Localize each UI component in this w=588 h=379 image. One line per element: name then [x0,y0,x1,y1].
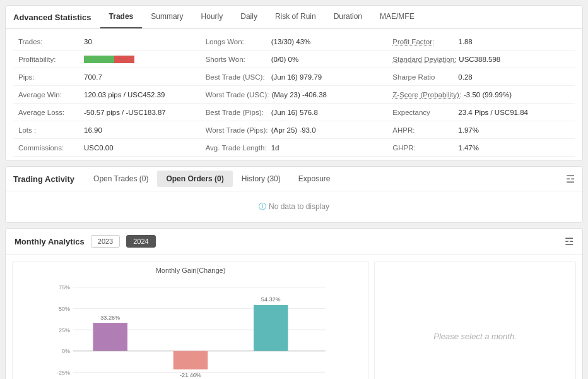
analytics-filter-icon[interactable]: ☲ [565,236,573,248]
bar-apr-2023[interactable] [93,323,127,351]
chart-title: Monthly Gain(Change) [18,267,363,274]
activity-filter-icon[interactable]: ☲ [566,173,575,185]
stat-best-trade-usc: Best Trade (USC): (Jun 16) 979.79 [201,68,388,86]
svg-text:0%: 0% [62,348,70,354]
tab-mae-mfe[interactable]: MAE/MFE [371,6,423,28]
stat-expectancy: Expectancy 23.4 Pips / USC91.84 [387,104,575,121]
bar-chart-svg: 75% 50% 25% 0% -25% -50% [18,279,363,379]
panel-title: Advanced Statistics [11,6,98,28]
tab-open-orders[interactable]: Open Orders (0) [157,171,232,187]
stat-profitability: Profitability: [13,51,201,68]
stat-avg-trade-length: Avg. Trade Length: 1d [201,139,388,157]
tab-exposure[interactable]: Exposure [290,171,339,187]
stats-col-1: Trades: 30 Profitability: Pips: 700.7 Av… [13,33,201,157]
no-data-message: ⓘNo data to display [6,191,582,222]
svg-text:75%: 75% [59,284,70,291]
stat-shorts-won: Shorts Won: (0/0) 0% [201,51,388,68]
stat-trades: Trades: 30 [13,33,201,51]
stat-ahpr: AHPR: 1.97% [387,121,575,139]
main-tab-bar: Advanced Statistics Trades Summary Hourl… [6,6,582,29]
trading-activity-panel: Trading Activity Open Trades (0) Open Or… [5,166,583,223]
year-2024-button[interactable]: 2024 [126,235,155,248]
info-icon: ⓘ [259,202,266,211]
profitability-bar [84,56,134,63]
stat-average-win: Average Win: 120.03 pips / USC452.39 [13,86,201,104]
analytics-content: Monthly Gain(Change) 75% 50% 25% 0% -25%… [6,255,582,379]
select-month-area: Please select a month. [374,261,576,379]
profit-red-segment [114,56,134,63]
stat-best-trade-pips: Best Trade (Pips): (Jun 16) 576.8 [201,104,388,121]
stat-worst-trade-usc: Worst Trade (USC): (May 23) -406.38 [201,86,388,104]
stat-pips: Pips: 700.7 [13,68,201,86]
stats-col-2: Longs Won: (13/30) 43% Shorts Won: (0/0)… [201,33,388,157]
stat-worst-trade-pips: Worst Trade (Pips): (Apr 25) -93.0 [201,121,388,139]
tab-open-trades[interactable]: Open Trades (0) [85,171,157,187]
svg-text:-21.46%: -21.46% [180,372,201,378]
select-month-prompt: Please select a month. [433,332,517,341]
stats-grid: Trades: 30 Profitability: Pips: 700.7 Av… [13,33,575,157]
stat-ghpr: GHPR: 1.47% [387,139,575,157]
tab-duration[interactable]: Duration [325,6,371,28]
tab-summary[interactable]: Summary [142,6,192,28]
tab-risk-of-ruin[interactable]: Risk of Ruin [266,6,325,28]
stat-commissions: Commissions: USC0.00 [13,139,201,157]
stats-section: Trades: 30 Profitability: Pips: 700.7 Av… [6,29,582,160]
stat-z-score: Z-Score (Probability): -3.50 (99.99%) [387,86,575,104]
svg-text:25%: 25% [59,327,70,334]
stat-average-loss: Average Loss: -50.57 pips / -USC183.87 [13,104,201,121]
bar-jun-2023[interactable] [254,305,288,351]
monthly-analytics-panel: Monthly Analytics 2023 2024 ☲ Monthly Ga… [5,228,583,379]
analytics-header: Monthly Analytics 2023 2024 ☲ [6,229,582,255]
tab-history[interactable]: History (30) [233,171,290,187]
monthly-gain-chart: Monthly Gain(Change) 75% 50% 25% 0% -25%… [12,261,369,379]
svg-text:33.26%: 33.26% [100,315,120,321]
trading-activity-title: Trading Activity [13,174,74,184]
tab-daily[interactable]: Daily [232,6,266,28]
bar-may-2023[interactable] [173,351,208,370]
stat-sharpe-ratio: Sharpe Ratio 0.28 [387,68,575,86]
advanced-statistics-panel: Advanced Statistics Trades Summary Hourl… [5,5,583,161]
stat-longs-won: Longs Won: (13/30) 43% [201,33,388,51]
svg-text:50%: 50% [59,306,70,312]
stats-col-3: Profit Factor: 1.88 Standard Deviation: … [387,33,575,157]
stat-profit-factor: Profit Factor: 1.88 [387,33,575,51]
stat-lots: Lots : 16.90 [13,121,201,139]
year-2023-button[interactable]: 2023 [91,235,120,248]
activity-tab-bar: Trading Activity Open Trades (0) Open Or… [6,167,582,191]
svg-text:-25%: -25% [57,370,70,376]
chart-wrapper: 75% 50% 25% 0% -25% -50% [18,279,363,379]
tab-hourly[interactable]: Hourly [192,6,232,28]
svg-text:54.32%: 54.32% [261,296,281,303]
stat-std-deviation: Standard Deviation: USC388.598 [387,51,575,68]
tab-trades[interactable]: Trades [100,6,143,28]
monthly-analytics-title: Monthly Analytics [15,237,85,246]
profit-green-segment [84,56,114,63]
